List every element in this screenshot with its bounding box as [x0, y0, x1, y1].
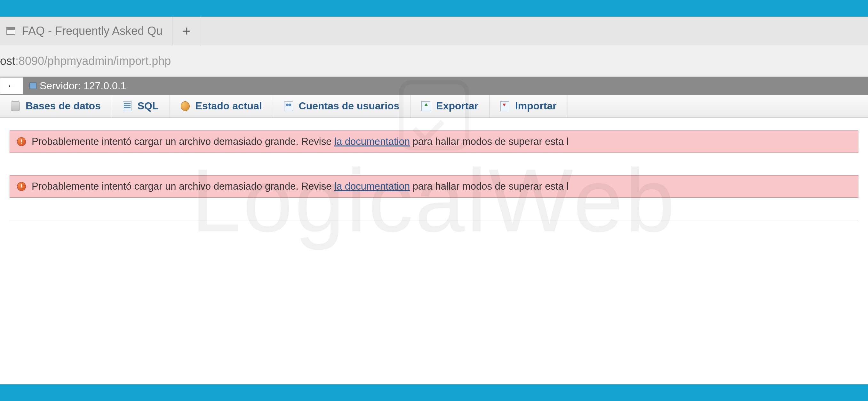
- nav-export[interactable]: Exportar: [410, 95, 490, 118]
- error-message: !Probablemente intentó cargar un archivo…: [9, 175, 859, 198]
- nav-sql[interactable]: SQL: [112, 95, 170, 118]
- new-tab-button[interactable]: +: [173, 16, 201, 45]
- divider: [9, 220, 859, 220]
- content-area: !Probablemente intentó cargar un archivo…: [0, 118, 868, 198]
- nav-export-icon: [421, 101, 430, 111]
- page-icon: [6, 27, 16, 35]
- window-top-accent: [0, 0, 868, 16]
- nav-users[interactable]: Cuentas de usuarios: [273, 95, 411, 118]
- nav-status-icon: [181, 101, 190, 111]
- error-text: Probablemente intentó cargar un archivo …: [32, 136, 568, 147]
- nav-databases-label: Bases de datos: [26, 100, 101, 112]
- nav-import[interactable]: Importar: [490, 95, 568, 118]
- nav-sql-label: SQL: [137, 100, 159, 112]
- nav-databases[interactable]: Bases de datos: [0, 95, 112, 118]
- browser-tab-strip: FAQ - Frequently Asked Qu +: [0, 16, 868, 45]
- main-nav-tabs: Bases de datosSQLEstado actualCuentas de…: [0, 95, 868, 118]
- address-bar[interactable]: ost:8090/phpmyadmin/import.php: [0, 45, 868, 77]
- error-text: Probablemente intentó cargar un archivo …: [32, 181, 568, 192]
- error-icon: !: [17, 137, 26, 146]
- nav-import-label: Importar: [515, 100, 557, 112]
- url-text: ost:8090/phpmyadmin/import.php: [0, 54, 171, 68]
- nav-import-icon: [500, 101, 509, 111]
- url-path: :8090/phpmyadmin/import.php: [16, 54, 171, 67]
- url-host-fragment: ost: [0, 54, 16, 67]
- server-label: Servidor: 127.0.0.1: [40, 80, 126, 92]
- nav-sql-icon: [123, 101, 132, 111]
- nav-databases-icon: [11, 101, 20, 111]
- documentation-link[interactable]: la documentation: [334, 181, 410, 192]
- nav-status[interactable]: Estado actual: [170, 95, 273, 118]
- window-bottom-accent: [0, 385, 868, 401]
- back-button[interactable]: ←: [0, 77, 23, 94]
- server-icon: [29, 82, 36, 89]
- nav-users-label: Cuentas de usuarios: [299, 100, 400, 112]
- nav-status-label: Estado actual: [195, 100, 262, 112]
- nav-export-label: Exportar: [436, 100, 478, 112]
- breadcrumb-bar: ← Servidor: 127.0.0.1: [0, 77, 868, 95]
- error-icon: !: [17, 182, 26, 191]
- arrow-left-icon: ←: [7, 80, 16, 91]
- tab-title: FAQ - Frequently Asked Qu: [22, 24, 162, 38]
- documentation-link[interactable]: la documentation: [334, 136, 410, 147]
- error-message: !Probablemente intentó cargar un archivo…: [9, 131, 859, 153]
- browser-tab[interactable]: FAQ - Frequently Asked Qu: [0, 16, 173, 45]
- nav-users-icon: [284, 101, 293, 111]
